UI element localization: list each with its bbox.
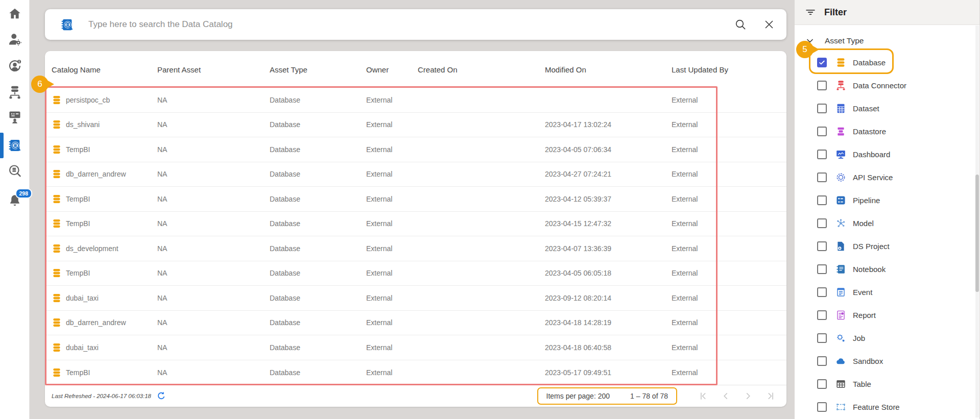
table-cell: Database bbox=[270, 96, 366, 104]
table-cell: NA bbox=[157, 195, 270, 203]
filter-item-datastore[interactable]: Datastore bbox=[795, 120, 979, 143]
event-icon bbox=[835, 287, 846, 298]
table-cell: Database bbox=[270, 294, 366, 302]
search-input[interactable] bbox=[88, 19, 734, 30]
checkbox-unchecked[interactable] bbox=[817, 310, 827, 320]
search-icon[interactable] bbox=[734, 18, 747, 31]
report-icon bbox=[835, 310, 846, 321]
table-row[interactable]: TempBINADatabaseExternal2023-04-12 05:39… bbox=[45, 187, 786, 212]
checkbox-unchecked[interactable] bbox=[817, 402, 827, 412]
catalog-table: Catalog NameParent AssetAsset TypeOwnerC… bbox=[45, 51, 786, 407]
checkbox-unchecked[interactable] bbox=[817, 264, 827, 274]
table-row[interactable]: db_darren_andrewNADatabaseExternal2023-0… bbox=[45, 311, 786, 336]
table-cell: External bbox=[672, 269, 786, 277]
checkbox-unchecked[interactable] bbox=[817, 218, 827, 228]
table-cell: External bbox=[672, 195, 786, 203]
table-cell: External bbox=[366, 96, 418, 104]
table-row[interactable]: dubai_taxiNADatabaseExternal2023-04-18 0… bbox=[45, 335, 786, 360]
sidebar-item-home[interactable] bbox=[0, 7, 29, 21]
checkbox-unchecked[interactable] bbox=[817, 356, 827, 366]
annotation-badge-6-label: 6 bbox=[37, 79, 42, 89]
table-cell: External bbox=[672, 219, 786, 228]
filter-item-event[interactable]: Event bbox=[795, 281, 979, 304]
filter-item-notebook[interactable]: Notebook bbox=[795, 258, 979, 281]
sidebar-item-data-catalog[interactable] bbox=[0, 138, 29, 153]
filter-item-label: Dashboard bbox=[853, 150, 890, 159]
job-icon bbox=[835, 333, 846, 343]
checkbox-unchecked[interactable] bbox=[817, 241, 827, 251]
filter-item-ds-project[interactable]: DS Project bbox=[795, 235, 979, 258]
filter-scrollbar-thumb[interactable] bbox=[975, 175, 979, 292]
table-row[interactable]: TempBINADatabaseExternal2023-05-17 09:49… bbox=[45, 360, 786, 385]
filter-item-table[interactable]: Table bbox=[795, 373, 979, 396]
pagination-buttons bbox=[698, 390, 776, 402]
filter-item-feature-store[interactable]: Feature Store bbox=[795, 396, 979, 418]
checkbox-unchecked[interactable] bbox=[817, 172, 827, 182]
table-cell: 2023-09-12 08:20:14 bbox=[545, 294, 672, 302]
last-refreshed-label: Last Refreshed - 2024-06-17 06:03:18 bbox=[52, 393, 151, 399]
bell-icon: 298 bbox=[8, 193, 22, 208]
table-cell: db_darren_andrew bbox=[52, 317, 157, 328]
table-row[interactable]: TempBINADatabaseExternal2023-04-05 06:05… bbox=[45, 261, 786, 286]
sidebar-item-user-admin[interactable] bbox=[0, 32, 29, 46]
sidebar-item-notifications[interactable]: 298 bbox=[0, 193, 29, 208]
checkbox-unchecked[interactable] bbox=[817, 81, 827, 90]
close-icon[interactable] bbox=[763, 18, 775, 31]
filter-item-model[interactable]: Model bbox=[795, 212, 979, 235]
checkbox-unchecked[interactable] bbox=[817, 333, 827, 343]
column-header: Last Updated By bbox=[672, 65, 786, 74]
datastore-icon bbox=[835, 126, 846, 137]
table-cell: TempBI bbox=[52, 367, 157, 378]
checkbox-unchecked[interactable] bbox=[817, 150, 827, 159]
sidebar-item-search[interactable] bbox=[0, 164, 29, 178]
checkbox-unchecked[interactable] bbox=[817, 104, 827, 113]
last-page-icon[interactable] bbox=[765, 390, 776, 402]
user-settings-icon bbox=[8, 32, 22, 46]
next-page-icon[interactable] bbox=[743, 390, 754, 402]
table-cell: 2023-04-07 13:36:39 bbox=[545, 244, 672, 253]
filter-funnel-icon bbox=[805, 7, 816, 18]
filter-section-asset-type[interactable]: Asset Type bbox=[795, 25, 979, 51]
table-row[interactable]: persistpoc_cbNADatabaseExternalExternal bbox=[45, 88, 786, 113]
table-row[interactable]: ds_shivaniNADatabaseExternal2023-04-17 1… bbox=[45, 113, 786, 138]
filter-item-dashboard[interactable]: Dashboard bbox=[795, 143, 979, 166]
table-cell: 2023-04-18 06:40:58 bbox=[545, 343, 672, 352]
checkbox-unchecked[interactable] bbox=[817, 195, 827, 205]
table-cell: ds_development bbox=[52, 243, 157, 254]
filter-item-report[interactable]: Report bbox=[795, 304, 979, 327]
filter-item-api-service[interactable]: API Service bbox=[795, 166, 979, 189]
page-range-label: 1 – 78 of 78 bbox=[630, 392, 668, 400]
database-icon bbox=[52, 169, 62, 179]
refresh-icon[interactable] bbox=[156, 391, 166, 401]
chevron-down-icon[interactable] bbox=[805, 36, 815, 46]
sandbox-icon bbox=[835, 356, 846, 366]
filter-item-job[interactable]: Job bbox=[795, 327, 979, 350]
items-per-page-control[interactable]: Items per page: 200 bbox=[546, 392, 610, 400]
database-icon bbox=[52, 194, 62, 204]
table-cell: Database bbox=[270, 244, 366, 253]
filter-scrollbar[interactable] bbox=[975, 26, 979, 417]
table-row[interactable]: ds_developmentNADatabaseExternal2023-04-… bbox=[45, 236, 786, 261]
table-row[interactable]: TempBINADatabaseExternal2023-04-05 07:06… bbox=[45, 137, 786, 162]
sidebar: 298 bbox=[0, 0, 30, 419]
filter-item-sandbox[interactable]: Sandbox bbox=[795, 350, 979, 373]
filter-item-database[interactable]: Database bbox=[795, 51, 979, 74]
checkbox-checked[interactable] bbox=[817, 58, 827, 67]
filter-item-data-connector[interactable]: Data Connector bbox=[795, 74, 979, 97]
filter-item-dataset[interactable]: Dataset bbox=[795, 97, 979, 120]
checkbox-unchecked[interactable] bbox=[817, 127, 827, 136]
checkbox-unchecked[interactable] bbox=[817, 287, 827, 297]
previous-page-icon[interactable] bbox=[720, 390, 731, 402]
table-row[interactable]: TempBINADatabaseExternal2023-04-15 12:47… bbox=[45, 212, 786, 237]
first-page-icon[interactable] bbox=[698, 390, 709, 402]
table-row[interactable]: db_darren_andrewNADatabaseExternal2023-0… bbox=[45, 162, 786, 187]
sidebar-item-user-profile[interactable] bbox=[0, 59, 29, 73]
checkbox-unchecked[interactable] bbox=[817, 379, 827, 389]
catalog-name-text: db_darren_andrew bbox=[66, 170, 126, 178]
sidebar-item-workspace[interactable] bbox=[0, 110, 29, 124]
table-cell: NA bbox=[157, 244, 270, 253]
table-cell: Database bbox=[270, 170, 366, 178]
filter-item-pipeline[interactable]: Pipeline bbox=[795, 189, 979, 212]
table-row[interactable]: dubai_taxiNADatabaseExternal2023-09-12 0… bbox=[45, 286, 786, 311]
sidebar-item-data-sources[interactable] bbox=[0, 85, 29, 100]
